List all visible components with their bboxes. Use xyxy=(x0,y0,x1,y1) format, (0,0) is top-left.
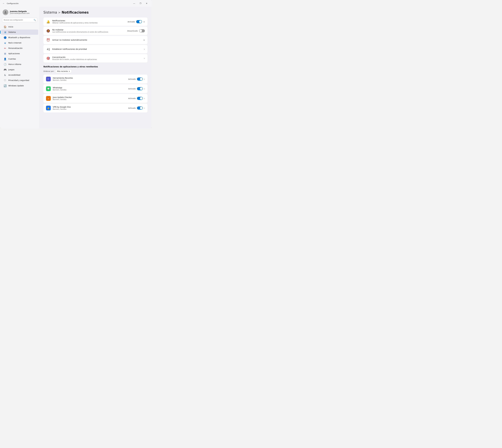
no-molestar-right: Desactivado xyxy=(127,29,145,32)
sidebar-item-red[interactable]: ◈ Red e Internet xyxy=(1,40,38,46)
toggle-thumb-whatsapp xyxy=(140,87,142,90)
breadcrumb-parent: Sistema xyxy=(43,10,57,14)
notificaciones-toggle[interactable] xyxy=(136,20,142,23)
concentracion-row[interactable]: 🎯 Concentración Duración de la sesión, o… xyxy=(43,54,148,63)
vpn-title: VPN by Google One xyxy=(53,106,126,108)
toggle-thumb-off xyxy=(139,30,142,32)
whatsapp-title: WhatsApp xyxy=(53,87,126,89)
sidebar-item-hora[interactable]: 🕐 Hora e idioma xyxy=(1,62,38,67)
activar-no-molestar-title: Activar no molestar automáticamente xyxy=(52,39,141,41)
activar-no-molestar-text: Activar no molestar automáticamente xyxy=(52,39,141,41)
apps-icon: ⊞ xyxy=(4,52,7,55)
svg-point-0 xyxy=(5,11,6,12)
notificaciones-chevron-down-icon[interactable]: ∨ xyxy=(143,20,145,23)
sidebar-item-label-windows-update: Windows Update xyxy=(8,85,24,87)
herramienta-recortes-title: Herramienta Recortes xyxy=(53,77,126,79)
herramienta-recortes-card: ✂ Herramienta Recortes Banners, Sonidos … xyxy=(43,75,148,83)
breadcrumb-separator: > xyxy=(58,11,61,14)
no-molestar-toggle[interactable] xyxy=(139,29,145,32)
notificaciones-card: 🔔 Notificaciones Obtener notificaciones … xyxy=(43,17,148,26)
sidebar-item-windows-update[interactable]: 🔄 Windows Update xyxy=(1,83,38,88)
whatsapp-chevron-right-icon[interactable]: › xyxy=(144,88,145,90)
no-molestar-row[interactable]: 🔕 No molestar Las notificaciones se envi… xyxy=(43,27,148,35)
herramienta-recortes-toggle[interactable] xyxy=(137,78,143,80)
whatsapp-right: Activado › xyxy=(128,87,145,90)
prioridad-card: ↓⌊ Establecer notificaciones de priorida… xyxy=(43,45,148,53)
network-icon: ◈ xyxy=(4,41,7,44)
sidebar-item-label-inicio: Inicio xyxy=(8,26,13,28)
titlebar-left: ← Configuración xyxy=(2,2,18,5)
vpn-row[interactable]: 🔒 VPN by Google One Banners, Sonidos Act… xyxy=(43,104,148,112)
search-box: 🔍 xyxy=(2,18,37,22)
concentracion-card: 🎯 Concentración Duración de la sesión, o… xyxy=(43,54,148,63)
prioridad-chevron-right-icon[interactable]: › xyxy=(144,48,145,50)
java-text: Java Update Checker Banners, Sonidos xyxy=(53,96,126,100)
sidebar-item-aplicaciones[interactable]: ⊞ Aplicaciones xyxy=(1,51,38,56)
main-layout: Juanma Delgado juanmatek@outlook.com 🔍 🏠… xyxy=(0,7,152,128)
sidebar-item-bluetooth[interactable]: 🔵 Bluetooth y dispositivos xyxy=(1,35,38,40)
sidebar-item-accesibilidad[interactable]: ♿ Accesibilidad xyxy=(1,72,38,78)
herramienta-recortes-right: Activado › xyxy=(128,78,145,80)
search-input[interactable] xyxy=(2,18,37,22)
herramienta-recortes-status: Activado xyxy=(128,78,135,80)
activar-no-molestar-card: ⏰ Activar no molestar automáticamente ∨ xyxy=(43,36,148,44)
vpn-toggle[interactable] xyxy=(137,106,143,110)
vpn-desc: Banners, Sonidos xyxy=(53,108,126,110)
herramienta-recortes-row[interactable]: ✂ Herramienta Recortes Banners, Sonidos … xyxy=(43,75,148,83)
toggle-thumb-java xyxy=(140,97,142,100)
herramienta-recortes-chevron-right-icon[interactable]: › xyxy=(144,78,145,80)
sidebar-item-sistema[interactable]: 🖥 Sistema xyxy=(1,30,38,35)
notificaciones-title: Notificaciones xyxy=(52,20,126,22)
minimize-button[interactable]: — xyxy=(131,1,137,5)
whatsapp-toggle[interactable] xyxy=(137,87,143,90)
titlebar-title: Configuración xyxy=(7,2,18,4)
titlebar-controls: — ❐ ✕ xyxy=(131,1,150,5)
vpn-status: Activado xyxy=(128,107,135,109)
sidebar-item-personalizacion[interactable]: ✏ Personalización xyxy=(1,46,38,51)
sidebar-item-privacidad[interactable]: 🛡 Privacidad y seguridad xyxy=(1,78,38,83)
concentracion-right: › xyxy=(144,57,145,60)
user-email: juanmatek@outlook.com xyxy=(10,12,30,14)
no-molestar-card: 🔕 No molestar Las notificaciones se envi… xyxy=(43,27,148,35)
back-button[interactable]: ← xyxy=(2,2,5,5)
concentracion-chevron-right-icon[interactable]: › xyxy=(144,57,145,60)
vpn-chevron-right-icon[interactable]: › xyxy=(144,107,145,109)
notificaciones-status: Activado xyxy=(128,21,135,23)
whatsapp-card: 💬 WhatsApp Banners, Sonidos Activado › xyxy=(43,84,148,93)
notificaciones-row[interactable]: 🔔 Notificaciones Obtener notificaciones … xyxy=(43,17,148,26)
notificaciones-desc: Obtener notificaciones de aplicaciones y… xyxy=(52,22,126,24)
activar-no-molestar-right: ∨ xyxy=(143,39,145,41)
sidebar-item-juegos[interactable]: 🎮 Juegos xyxy=(1,67,38,72)
notificaciones-text: Notificaciones Obtener notificaciones de… xyxy=(52,20,126,24)
prioridad-text: Establecer notificaciones de prioridad xyxy=(52,48,142,50)
whatsapp-row[interactable]: 💬 WhatsApp Banners, Sonidos Activado › xyxy=(43,84,148,93)
sidebar-item-cuentas[interactable]: 👤 Cuentas xyxy=(1,56,38,62)
maximize-button[interactable]: ❐ xyxy=(137,1,143,5)
content-area: Sistema > Notificaciones 🔔 Notificacione… xyxy=(39,7,152,128)
notificaciones-right: Activado ∨ xyxy=(128,20,145,23)
avatar-person-icon xyxy=(4,10,7,14)
java-toggle[interactable] xyxy=(137,97,143,100)
concentracion-text: Concentración Duración de la sesión, ocu… xyxy=(52,56,142,60)
whatsapp-desc: Banners, Sonidos xyxy=(53,89,126,91)
breadcrumb: Sistema > Notificaciones xyxy=(43,10,148,14)
activar-no-molestar-chevron-down-icon[interactable]: ∨ xyxy=(143,39,145,41)
bluetooth-icon: 🔵 xyxy=(4,36,7,39)
activar-no-molestar-row[interactable]: ⏰ Activar no molestar automáticamente ∨ xyxy=(43,36,148,44)
accounts-icon: 👤 xyxy=(4,57,7,60)
gaming-icon: 🎮 xyxy=(4,68,7,71)
prioridad-row[interactable]: ↓⌊ Establecer notificaciones de priorida… xyxy=(43,45,148,53)
settings-window: ← Configuración — ❐ ✕ Juanma Delgado xyxy=(0,0,152,128)
sidebar-item-label-juegos: Juegos xyxy=(8,69,14,71)
vpn-app-icon: 🔒 xyxy=(46,106,51,110)
sort-select[interactable]: Más reciente ∨ xyxy=(55,69,72,73)
sort-chevron-down-icon: ∨ xyxy=(69,70,70,72)
priority-icon: ↓⌊ xyxy=(46,47,50,51)
sidebar-item-inicio[interactable]: 🏠 Inicio xyxy=(1,24,38,29)
java-row[interactable]: ☕ Java Update Checker Banners, Sonidos A… xyxy=(43,94,148,103)
no-molestar-text: No molestar Las notificaciones se enviar… xyxy=(52,29,125,33)
avatar xyxy=(3,9,8,15)
java-chevron-right-icon[interactable]: › xyxy=(144,97,145,100)
apps-section-title: Notificaciones de aplicaciones y otros r… xyxy=(43,65,148,68)
close-button[interactable]: ✕ xyxy=(144,1,150,5)
